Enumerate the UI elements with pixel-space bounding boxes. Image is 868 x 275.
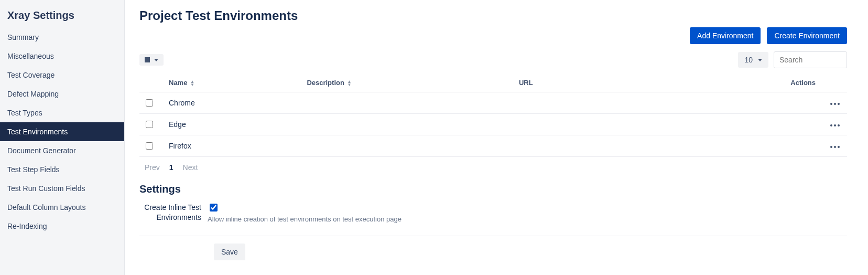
sidebar-item-test-coverage[interactable]: Test Coverage — [0, 66, 124, 84]
col-actions: Actions — [604, 73, 847, 92]
sidebar-item-test-types[interactable]: Test Types — [0, 103, 124, 122]
sidebar-item-defect-mapping[interactable]: Defect Mapping — [0, 84, 124, 103]
page-size-select[interactable]: 10 — [738, 52, 768, 68]
row-checkbox[interactable] — [146, 142, 153, 150]
sort-icon: ▲▼ — [348, 80, 352, 87]
settings-title: Settings — [139, 183, 847, 195]
row-actions-menu[interactable] — [827, 143, 843, 151]
inline-environments-checkbox[interactable] — [210, 204, 218, 211]
row-checkbox[interactable] — [146, 121, 153, 128]
cell-actions — [604, 135, 847, 157]
chevron-down-icon — [758, 59, 762, 61]
create-environment-button[interactable]: Create Environment — [767, 27, 847, 44]
environments-table: Name ▲▼ Description ▲▼ URL Actions Chrom… — [139, 73, 847, 157]
cell-url — [515, 92, 604, 114]
page-title: Project Test Environments — [139, 8, 847, 23]
sidebar-title: Xray Settings — [0, 4, 124, 28]
row-actions-menu[interactable] — [827, 100, 843, 108]
cell-actions — [604, 92, 847, 114]
sidebar: Xray Settings SummaryMiscellaneousTest C… — [0, 0, 125, 275]
cell-name: Firefox — [165, 135, 302, 157]
row-checkbox[interactable] — [146, 99, 153, 107]
sidebar-item-miscellaneous[interactable]: Miscellaneous — [0, 47, 124, 66]
bulk-select-dropdown[interactable] — [139, 54, 164, 66]
sidebar-item-document-generator[interactable]: Document Generator — [0, 141, 124, 160]
cell-name: Edge — [165, 114, 302, 135]
page-size-value: 10 — [744, 56, 753, 64]
cell-url — [515, 114, 604, 135]
col-name[interactable]: Name ▲▼ — [165, 73, 302, 92]
setting-description: Allow inline creation of test environmen… — [208, 215, 847, 223]
add-environment-button[interactable]: Add Environment — [690, 27, 761, 44]
main-content: Project Test Environments Add Environmen… — [125, 0, 868, 275]
table-row: Edge — [139, 114, 847, 135]
cell-description — [302, 92, 515, 114]
pagination-page-1[interactable]: 1 — [169, 163, 173, 172]
col-description[interactable]: Description ▲▼ — [302, 73, 515, 92]
chevron-down-icon — [154, 59, 158, 61]
sidebar-item-test-run-custom-fields[interactable]: Test Run Custom Fields — [0, 179, 124, 198]
table-row: Firefox — [139, 135, 847, 157]
cell-actions — [604, 114, 847, 135]
bulk-select-icon — [145, 57, 150, 62]
pagination-next[interactable]: Next — [183, 163, 198, 172]
sidebar-item-summary[interactable]: Summary — [0, 28, 124, 47]
sidebar-item-test-environments[interactable]: Test Environments — [0, 122, 124, 141]
cell-name: Chrome — [165, 92, 302, 114]
cell-url — [515, 135, 604, 157]
cell-description — [302, 135, 515, 157]
col-url[interactable]: URL — [515, 73, 604, 92]
sidebar-item-re-indexing[interactable]: Re-Indexing — [0, 217, 124, 236]
sort-icon: ▲▼ — [190, 80, 194, 87]
setting-inline-environments: Create Inline Test Environments Allow in… — [139, 203, 847, 236]
table-toolbar: 10 — [139, 51, 847, 68]
sidebar-item-default-column-layouts[interactable]: Default Column Layouts — [0, 198, 124, 217]
row-actions-menu[interactable] — [827, 121, 843, 130]
pagination: Prev 1 Next — [139, 157, 847, 181]
cell-description — [302, 114, 515, 135]
sidebar-item-test-step-fields[interactable]: Test Step Fields — [0, 160, 124, 179]
top-actions: Add Environment Create Environment — [139, 27, 847, 44]
search-input[interactable] — [774, 51, 847, 68]
sidebar-nav: SummaryMiscellaneousTest CoverageDefect … — [0, 28, 124, 236]
col-checkbox — [139, 73, 165, 92]
table-row: Chrome — [139, 92, 847, 114]
setting-label: Create Inline Test Environments — [139, 203, 208, 223]
save-button[interactable]: Save — [214, 244, 245, 260]
pagination-prev[interactable]: Prev — [145, 163, 160, 172]
